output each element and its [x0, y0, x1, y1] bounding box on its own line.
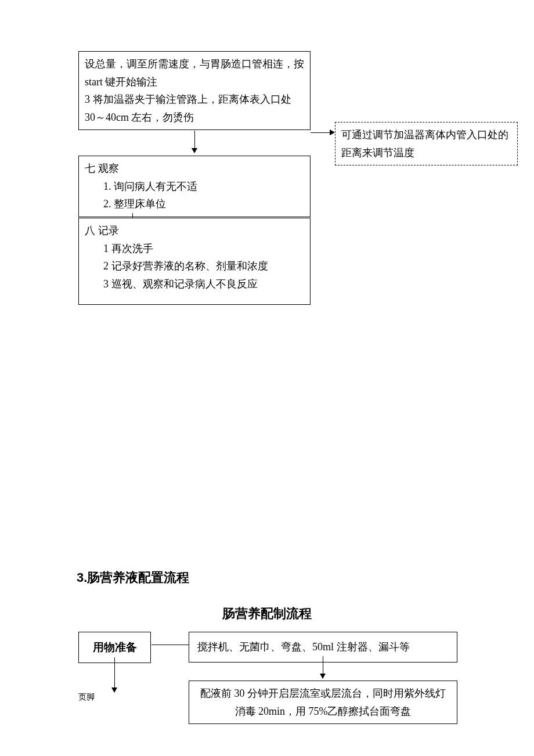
box-seven-item1: 1. 询问病人有无不适	[85, 178, 304, 196]
footer-text: 页脚	[78, 692, 95, 703]
box-seven-item2: 2. 整理床单位	[85, 195, 304, 213]
box-eight-item2: 2 记录好营养液的名称、剂量和浓度	[85, 257, 304, 275]
prep-step2-line1: 配液前 30 分钟开启层流室或层流台，同时用紫外线灯	[195, 685, 451, 703]
box-eight-title: 八 记录	[85, 222, 304, 240]
box-top-line3: 3 将加温器夹于输注管路上，距离体表入口处	[85, 91, 304, 109]
prep-right-text: 搅拌机、无菌巾、弯盘、50ml 注射器、漏斗等	[197, 641, 410, 653]
section3-heading: 3.肠营养液配置流程	[77, 569, 189, 586]
subheading: 肠营养配制流程	[77, 605, 457, 622]
box-eight-item1: 1 再次洗手	[85, 240, 304, 258]
box-top-line4: 30～40cm 左右，勿烫伤	[85, 109, 304, 127]
arrow-right-head	[330, 129, 335, 135]
box-eight-item3: 3 巡视、观察和记录病人不良反应	[85, 275, 304, 293]
side-note-line1: 可通过调节加温器离体内管入口处的	[341, 126, 511, 144]
side-note: 可通过调节加温器离体内管入口处的 距离来调节温度	[335, 122, 518, 165]
connector-prep	[151, 645, 189, 645]
connector-to-note	[311, 132, 330, 133]
box-top: 设总量，调至所需速度，与胃肠造口管相连，按 start 键开始输注 3 将加温器…	[78, 51, 311, 130]
box-eight: 八 记录 1 再次洗手 2 记录好营养液的名称、剂量和浓度 3 巡视、观察和记录…	[78, 218, 311, 305]
side-note-line2: 距离来调节温度	[341, 144, 511, 162]
box-seven: 七 观察 1. 询问病人有无不适 2. 整理床单位	[78, 156, 311, 217]
prep-step2-box: 配液前 30 分钟开启层流室或层流台，同时用紫外线灯 消毒 20min，用 75…	[189, 681, 457, 724]
box-top-line2: start 键开始输注	[85, 73, 304, 91]
box-seven-title: 七 观察	[85, 160, 304, 178]
box-top-line1: 设总量，调至所需速度，与胃肠造口管相连，按	[85, 55, 304, 73]
prep-step2-line2: 消毒 20min，用 75%乙醇擦拭台面弯盘	[195, 703, 451, 721]
